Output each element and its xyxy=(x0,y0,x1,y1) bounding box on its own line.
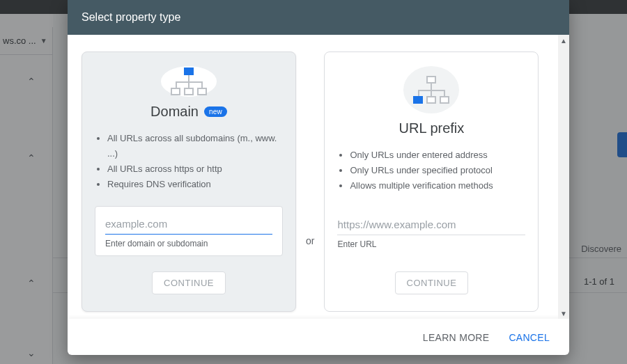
domain-bullet: Requires DNS verification xyxy=(107,177,283,192)
learn-more-button[interactable]: LEARN MORE xyxy=(423,332,490,343)
scroll-up-icon[interactable]: ▲ xyxy=(558,35,569,46)
url-prefix-bullet: Only URLs under entered address xyxy=(350,148,525,163)
url-prefix-bullet: Allows multiple verification methods xyxy=(350,178,525,193)
url-prefix-sitemap-icon xyxy=(403,66,459,113)
url-prefix-bullet: Only URLs under specified protocol xyxy=(350,163,525,178)
dialog-scrollbar[interactable]: ▲ ▼ xyxy=(558,35,569,319)
domain-bullet: All URLs across all subdomains (m., www.… xyxy=(107,131,283,161)
separator-or: or xyxy=(306,117,314,246)
domain-sitemap-icon xyxy=(161,66,217,97)
domain-input[interactable] xyxy=(105,215,272,235)
domain-card[interactable]: Domain new All URLs across all subdomain… xyxy=(82,52,296,312)
domain-continue-button[interactable]: CONTINUE xyxy=(152,271,226,294)
domain-helper: Enter domain or subdomain xyxy=(105,239,272,248)
url-prefix-continue-button[interactable]: CONTINUE xyxy=(395,271,469,294)
domain-bullets: All URLs across all subdomains (m., www.… xyxy=(95,131,283,192)
domain-input-box: Enter domain or subdomain xyxy=(95,206,283,256)
url-prefix-input[interactable] xyxy=(337,216,525,235)
dialog-title: Select property type xyxy=(68,0,569,35)
url-prefix-bullets: Only URLs under entered address Only URL… xyxy=(337,148,525,193)
domain-heading-text: Domain xyxy=(150,104,199,120)
domain-bullet: All URLs across https or http xyxy=(107,161,283,177)
url-prefix-heading: URL prefix xyxy=(399,120,465,136)
dialog-footer: LEARN MORE CANCEL xyxy=(68,319,569,355)
new-badge: new xyxy=(204,106,227,117)
select-property-type-dialog: Select property type Domain new All URLs xyxy=(68,0,569,355)
scroll-down-icon[interactable]: ▼ xyxy=(558,308,569,319)
url-prefix-helper: Enter URL xyxy=(337,239,525,249)
url-prefix-input-box: Enter URL xyxy=(337,207,525,256)
dialog-body: Domain new All URLs across all subdomain… xyxy=(68,35,569,319)
domain-heading: Domain new xyxy=(150,104,227,120)
url-prefix-heading-text: URL prefix xyxy=(399,120,465,136)
cancel-button[interactable]: CANCEL xyxy=(509,332,550,343)
url-prefix-card[interactable]: URL prefix Only URLs under entered addre… xyxy=(324,52,539,312)
